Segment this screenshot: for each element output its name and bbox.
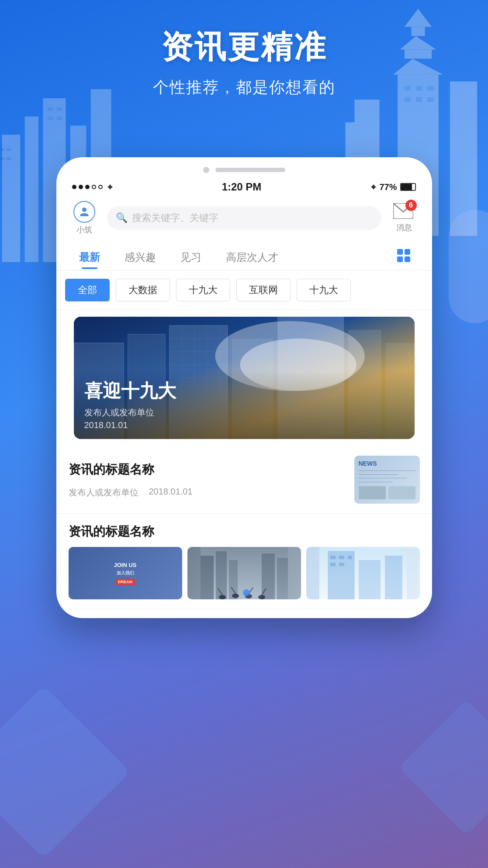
- diamond-decor-left: [0, 685, 130, 858]
- svg-rect-1: [25, 117, 38, 262]
- svg-rect-30: [397, 249, 403, 255]
- user-person-icon: [78, 206, 90, 218]
- banner-overlay: 喜迎十九大 发布人或发布单位 2018.01.01: [74, 370, 415, 439]
- news-image-join: JOIN US 加入我们 DREAM: [69, 547, 182, 599]
- battery-percent: 77%: [379, 182, 397, 192]
- battery-bar: [400, 183, 416, 191]
- news-date-1: 2018.01.01: [149, 487, 193, 498]
- phone-mockup: ⌖ 1:20 PM ⌖ 77% 小筑 🔍 搜索关键字、关键字: [56, 157, 432, 618]
- banner-date: 2018.01.01: [84, 420, 404, 430]
- wifi-icon: ⌖: [107, 182, 112, 192]
- app-nav-bar: 小筑 🔍 搜索关键字、关键字 6 消息: [56, 197, 432, 241]
- svg-rect-75: [339, 563, 344, 566]
- grid-icon: [396, 248, 411, 263]
- cat-party19b-button[interactable]: 十九大: [297, 279, 351, 301]
- tab-interest-label: 感兴趣: [125, 251, 156, 263]
- svg-rect-70: [385, 556, 402, 599]
- svg-point-66: [243, 589, 250, 596]
- tab-senior-label: 高层次人才: [226, 251, 278, 263]
- bottom-padding: [56, 609, 432, 618]
- news-images-row-2: JOIN US 加入我们 DREAM: [69, 547, 420, 599]
- svg-rect-11: [48, 117, 53, 120]
- svg-rect-33: [405, 256, 410, 262]
- cat-all-label: 全部: [78, 284, 97, 295]
- category-bar: 全部 大数据 十九大 互联网 十九大: [56, 271, 432, 310]
- phone-pill: [215, 168, 285, 172]
- header-title: 资讯更精准: [0, 26, 488, 68]
- phone-top-bar: [56, 157, 432, 177]
- banner-title: 喜迎十九大: [84, 379, 404, 403]
- svg-point-28: [82, 207, 87, 212]
- cat-party19a-button[interactable]: 十九大: [176, 279, 230, 301]
- news-publisher-1: 发布人或发布单位: [69, 487, 138, 498]
- phone-dot-1: [203, 167, 209, 173]
- svg-point-59: [232, 594, 239, 598]
- crowd-svg: [187, 547, 301, 599]
- svg-rect-12: [57, 117, 62, 120]
- header-section: 资讯更精准 个性推荐，都是你想看的: [0, 26, 488, 98]
- signal-dot-1: [72, 185, 76, 189]
- news-thumb-image-1: NEWS: [354, 456, 420, 504]
- svg-rect-31: [405, 249, 410, 255]
- diamond-decor-right: [398, 699, 488, 835]
- cat-all-button[interactable]: 全部: [65, 279, 110, 301]
- envelope-wrapper: 6: [393, 203, 415, 221]
- bluetooth-icon: ⌖: [371, 182, 376, 192]
- svg-rect-32: [397, 256, 403, 262]
- svg-rect-10: [57, 107, 62, 111]
- header-subtitle: 个性推荐，都是你想看的: [0, 77, 488, 98]
- svg-rect-6: [7, 149, 11, 151]
- news-thumb-1: NEWS: [354, 456, 420, 504]
- tab-internship-label: 见习: [180, 251, 201, 263]
- news-title-1: 资讯的标题名称: [69, 461, 346, 478]
- news-item-1[interactable]: 资讯的标题名称 发布人或发布单位 2018.01.01 NEWS: [56, 446, 432, 514]
- cat-bigdata-button[interactable]: 大数据: [116, 279, 170, 301]
- svg-point-61: [258, 595, 265, 599]
- svg-rect-53: [201, 556, 214, 599]
- status-time: 1:20 PM: [222, 181, 262, 193]
- banner-publisher: 发布人或发布单位: [84, 407, 404, 418]
- news-item-2[interactable]: 资讯的标题名称 JOIN US 加入我们 DREAM: [56, 514, 432, 609]
- cat-party19b-label: 十九大: [309, 284, 338, 295]
- svg-rect-69: [359, 560, 381, 599]
- join-us-image: JOIN US 加入我们 DREAM: [69, 547, 182, 599]
- tab-internship[interactable]: 见习: [168, 246, 214, 269]
- news-title-2: 资讯的标题名称: [69, 523, 420, 540]
- status-bar: ⌖ 1:20 PM ⌖ 77%: [56, 177, 432, 197]
- tab-latest[interactable]: 最新: [67, 246, 112, 269]
- tab-senior[interactable]: 高层次人才: [214, 246, 291, 269]
- news-meta-1: 发布人或发布单位 2018.01.01: [69, 487, 346, 498]
- message-button[interactable]: 6 消息: [387, 203, 422, 233]
- svg-rect-9: [48, 107, 53, 111]
- search-placeholder-text: 搜索关键字、关键字: [132, 211, 218, 225]
- grid-view-button[interactable]: [386, 244, 422, 270]
- news-image-crowd: [187, 547, 301, 599]
- signal-dot-2: [79, 185, 83, 189]
- search-icon: 🔍: [116, 212, 128, 224]
- tab-interest[interactable]: 感兴趣: [112, 246, 168, 269]
- main-banner[interactable]: 喜迎十九大 发布人或发布单位 2018.01.01: [74, 317, 415, 439]
- svg-point-58: [219, 595, 226, 599]
- blue-building-svg: [306, 547, 420, 599]
- battery-fill: [401, 184, 412, 190]
- user-profile-button[interactable]: 小筑: [67, 201, 102, 235]
- signal-dot-3: [85, 185, 90, 189]
- banner-wrapper: 喜迎十九大 发布人或发布单位 2018.01.01: [56, 310, 432, 446]
- cat-party19a-label: 十九大: [189, 284, 218, 295]
- svg-rect-55: [229, 560, 238, 599]
- search-bar[interactable]: 🔍 搜索关键字、关键字: [107, 206, 381, 230]
- message-label: 消息: [396, 222, 412, 233]
- signal-dot-4: [92, 185, 96, 189]
- cat-internet-button[interactable]: 互联网: [236, 279, 291, 301]
- signal-area: ⌖: [72, 182, 112, 192]
- svg-rect-20: [450, 81, 477, 236]
- news-text-1: 资讯的标题名称 发布人或发布单位 2018.01.01: [69, 461, 346, 498]
- svg-rect-71: [330, 556, 336, 559]
- svg-marker-13: [405, 9, 432, 27]
- cat-internet-label: 互联网: [249, 284, 278, 295]
- signal-dot-5: [98, 185, 103, 189]
- svg-rect-7: [0, 157, 4, 160]
- svg-rect-54: [216, 551, 227, 599]
- user-label: 小筑: [76, 225, 92, 235]
- svg-rect-72: [339, 556, 344, 559]
